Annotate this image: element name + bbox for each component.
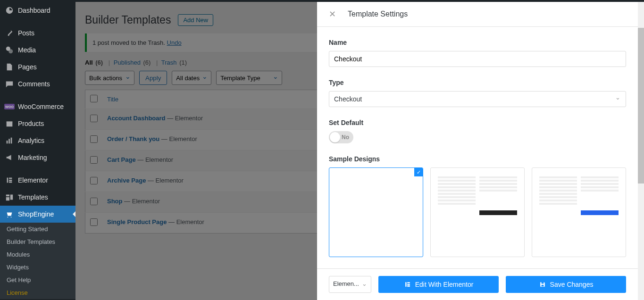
name-group: Name [329, 39, 626, 67]
svg-point-1 [8, 49, 13, 53]
panel-body: Name Type Checkout Set Default No Sample… [317, 27, 638, 268]
svg-rect-8 [9, 178, 12, 179]
box-icon [5, 119, 14, 128]
sample-blank[interactable]: ✓ [329, 167, 423, 257]
edit-with-elementor-button[interactable]: Edit With Elementor [378, 276, 499, 293]
sidebar-item-label: Products [18, 120, 44, 127]
sidebar-item-shopengine[interactable]: ShopEngine [0, 206, 75, 223]
svg-rect-7 [7, 178, 8, 183]
svg-rect-12 [407, 282, 410, 283]
type-group: Type Checkout [329, 79, 626, 107]
svg-rect-6 [11, 138, 12, 144]
samples-label: Sample Designs [329, 155, 626, 163]
elementor-icon [404, 281, 411, 288]
template-settings-panel: ✕ Template Settings Name Type Checkout S… [317, 2, 638, 300]
pin-icon [5, 28, 14, 38]
sidebar-item-label: Media [18, 46, 36, 54]
close-icon[interactable]: ✕ [329, 9, 336, 19]
panel-footer: Elemen... ⌄ Edit With Elementor Save Cha… [317, 268, 638, 300]
name-label: Name [329, 39, 626, 46]
sidebar-submenu: Getting Started Builder Templates Module… [0, 223, 75, 299]
samples-grid: ✓ [329, 167, 626, 257]
admin-sidebar: Dashboard Posts Media Pages Comments woo… [0, 2, 75, 300]
shopengine-icon [5, 209, 14, 219]
default-toggle[interactable]: No [329, 131, 353, 143]
sidebar-item-woocommerce[interactable]: woo WooCommerce [0, 98, 75, 115]
save-changes-button[interactable]: Save Changes [506, 276, 626, 293]
sidebar-item-analytics[interactable]: Analytics [0, 132, 75, 149]
default-label: Set Default [329, 119, 626, 126]
svg-rect-9 [9, 180, 12, 181]
sidebar-item-posts[interactable]: Posts [0, 25, 75, 42]
sidebar-item-media[interactable]: Media [0, 42, 75, 58]
media-icon [5, 45, 14, 55]
sub-modules[interactable]: Modules [0, 248, 75, 261]
default-group: Set Default No [329, 119, 626, 143]
sidebar-item-label: Templates [18, 193, 48, 201]
comment-icon [5, 79, 14, 89]
sidebar-item-label: Posts [18, 29, 34, 37]
sample-design-2[interactable] [430, 167, 525, 257]
svg-rect-5 [8, 139, 10, 143]
sidebar-item-label: Marketing [18, 154, 47, 161]
sidebar-item-templates[interactable]: Templates [0, 189, 75, 206]
samples-group: Sample Designs ✓ [329, 155, 626, 257]
toggle-label: No [342, 134, 349, 141]
scrollbar-thumb[interactable] [638, 28, 644, 183]
type-select[interactable]: Checkout [329, 91, 626, 107]
svg-rect-3 [7, 122, 13, 123]
panel-title: Template Settings [348, 10, 408, 18]
sidebar-item-label: ShopEngine [18, 210, 54, 218]
chart-icon [5, 136, 14, 145]
sidebar-item-label: Analytics [18, 137, 44, 144]
sample-design-3[interactable] [532, 167, 626, 257]
page-icon [5, 62, 14, 72]
sidebar-item-comments[interactable]: Comments [0, 75, 75, 92]
sub-license[interactable]: License [0, 286, 75, 299]
name-input[interactable] [329, 51, 626, 67]
check-icon: ✓ [414, 168, 423, 176]
svg-rect-11 [405, 282, 406, 287]
sidebar-item-label: Comments [18, 80, 50, 88]
panel-header: ✕ Template Settings [317, 2, 638, 27]
sidebar-item-label: WooCommerce [18, 103, 64, 110]
sidebar-item-marketing[interactable]: Marketing [0, 149, 75, 166]
sub-widgets[interactable]: Widgets [0, 261, 75, 274]
svg-rect-10 [9, 182, 12, 183]
type-label: Type [329, 79, 626, 86]
templates-icon [5, 192, 14, 202]
svg-rect-14 [407, 285, 410, 286]
svg-rect-4 [7, 141, 8, 143]
toggle-handle [330, 132, 340, 142]
chevron-down-icon: ⌄ [362, 280, 367, 287]
sidebar-item-label: Dashboard [18, 7, 50, 14]
megaphone-icon [5, 153, 14, 162]
sub-builder-templates[interactable]: Builder Templates [0, 235, 75, 248]
scrollbar-track[interactable] [638, 2, 644, 300]
sidebar-item-elementor[interactable]: Elementor [0, 172, 75, 189]
editor-select[interactable]: Elemen... ⌄ [329, 276, 371, 293]
sidebar-item-label: Pages [18, 63, 37, 71]
svg-rect-13 [407, 284, 410, 285]
elementor-icon [5, 175, 14, 185]
sidebar-item-dashboard[interactable]: Dashboard [0, 2, 75, 19]
dashboard-icon [5, 6, 14, 15]
sidebar-item-products[interactable]: Products [0, 115, 75, 132]
sub-getting-started[interactable]: Getting Started [0, 223, 75, 235]
sidebar-item-label: Elementor [18, 176, 48, 184]
save-icon [539, 281, 546, 288]
woo-icon: woo [5, 102, 14, 111]
sidebar-item-pages[interactable]: Pages [0, 58, 75, 75]
sub-get-help[interactable]: Get Help [0, 274, 75, 286]
